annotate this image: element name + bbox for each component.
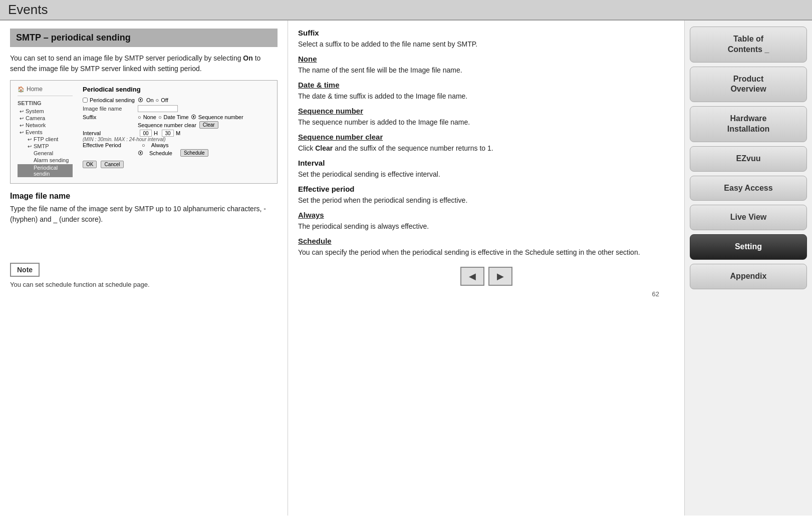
ss-dot: ⦿ [138,97,143,103]
ss-setting-label: SETTING [18,100,73,106]
left-panel: SMTP – periodical sending You can set to… [0,21,288,515]
main-layout: SMTP – periodical sending You can set to… [0,21,812,515]
ss-menu-smtp: ↩SMTP [18,143,73,149]
sidebar-btn-setting[interactable]: Setting [690,234,807,260]
rp-seqclear-heading: Sequence number clear [298,133,674,141]
sidebar-btn-easy-access[interactable]: Easy Access [690,176,807,201]
block-none: None The name of the sent file will be t… [298,55,674,76]
sidebar-btn-product[interactable]: Product Overview [690,67,807,103]
intro-text: You can set to send an image file by SMT… [10,54,243,62]
ss-on-label: On [146,97,154,103]
ss-none-label: None [143,114,156,120]
page-header: Events [0,0,812,21]
ss-seq-clear-label: Sequence number clear [138,122,196,128]
block-interval: Interval Set the periodical sending is e… [298,159,674,180]
sidebar: Table of Contents _ Product Overview Har… [684,21,812,515]
rp-suffix-text: Select a suffix to be added to the file … [298,39,674,50]
rp-datetime-heading: Date & time [298,81,674,89]
ss-ok-btn[interactable]: OK [83,161,97,168]
ss-suffix-label: Suffix [83,114,138,120]
ss-schedule-btn[interactable]: Schedule [180,149,208,157]
block-datetime: Date & time The date & time suffix is ad… [298,81,674,102]
ss-clear-btn[interactable]: Clear [199,121,218,129]
intro-paragraph: You can set to send an image file by SMT… [10,53,278,74]
ss-interval-label: Interval [83,130,138,136]
ss-dt-label: Date Time [164,114,189,120]
ss-cancel-btn[interactable]: Cancel [101,161,123,168]
image-file-text: Type the file name of the image sent by … [10,204,278,225]
page-title: Events [8,2,48,18]
ss-always-radio: ○ [142,142,145,148]
rp-none-text: The name of the sent file will be the Im… [298,65,674,76]
rp-schedule-text: You can specify the period when the peri… [298,247,674,258]
block-schedule: Schedule You can specify the period when… [298,237,674,258]
ss-menu-ftp: ↩FTP client [18,136,73,142]
ss-circle: ○ [156,97,159,103]
rp-seqnum-text: The sequence number is added to the Imag… [298,117,674,128]
ss-periodical-row: Periodical sending ⦿ On ○ Off [83,97,270,103]
ss-sched-label: Schedule [149,150,172,156]
ss-periodical-checkbox[interactable] [83,98,88,103]
ss-image-row: Image file name [83,105,270,112]
sidebar-btn-appendix[interactable]: Appendix [690,264,807,289]
home-icon: 🏠 [18,86,25,93]
ss-home: 🏠 Home [18,86,73,93]
rp-suffix-heading: Suffix [298,29,674,37]
ss-interval-h-input[interactable] [140,130,152,137]
ss-interval-row: Interval H M [83,130,270,137]
rp-effective-text: Set the period when the periodical sendi… [298,195,674,206]
sidebar-btn-ezvuu[interactable]: EZvuu [690,146,807,172]
page-number: 62 [652,290,659,298]
ss-off-label: Off [161,97,168,103]
rp-seqclear-text: Click Clear and the suffix of the sequen… [298,143,674,154]
block-suffix: Suffix Select a suffix to be added to th… [298,29,674,50]
ss-m-unit: M [176,130,180,136]
ss-effective-row: Effective Period ○ Always [83,142,270,148]
section-heading: SMTP – periodical sending [10,29,278,47]
ss-image-input[interactable] [138,105,178,112]
ss-menu-network: ↩Network [18,122,73,128]
ss-periodical-label: Periodical sending [90,97,135,103]
ss-dt-radio: ○ [158,114,162,120]
ss-menu-alarm: Alarm sending [18,157,73,163]
footer-nav: ◀ ▶ [298,263,674,288]
screenshot-mockup: 🏠 Home SETTING ↩System ↩Camera ↩Network … [10,80,278,184]
rp-seqnum-heading: Sequence number [298,107,674,115]
ss-h-unit: H [154,130,158,136]
ss-img-label: Image file name [83,106,138,112]
ss-seq-clear-row: Sequence number clear Clear [138,121,270,129]
ss-menu-general: General [18,150,73,156]
content-area: SMTP – periodical sending You can set to… [0,21,684,515]
rp-always-heading: Always [298,211,674,219]
ss-home-label: Home [27,86,43,93]
ss-sched-radio: ⦿ [138,150,143,156]
ss-menu-camera: ↩Camera [18,115,73,121]
sidebar-btn-toc[interactable]: Table of Contents _ [690,27,807,63]
image-file-heading: Image file name [10,192,278,201]
ss-eff-label: Effective Period [83,142,138,148]
ss-menu-system: ↩System [18,108,73,114]
block-seqnum: Sequence number The sequence number is a… [298,107,674,128]
ss-content-title: Periodical sending [83,86,270,93]
rp-schedule-heading: Schedule [298,237,674,245]
ss-menu-periodical: Periodical sendin [18,164,73,177]
ss-always-label: Always [151,142,169,148]
sidebar-btn-live-view[interactable]: Live View [690,205,807,230]
ss-ok-cancel: OK Cancel [83,161,270,168]
block-seqclear: Sequence number clear Click Clear and th… [298,133,674,154]
note-text: You can set schedule function at schedul… [10,281,278,288]
rp-always-text: The periodical sending is always effecti… [298,221,674,232]
next-button[interactable]: ▶ [488,267,512,286]
ss-main-content: Periodical sending Periodical sending ⦿ … [73,86,270,178]
sidebar-btn-hardware[interactable]: Hardware Installation [690,106,807,142]
ss-nav: 🏠 Home SETTING ↩System ↩Camera ↩Network … [18,86,73,178]
ss-layout: 🏠 Home SETTING ↩System ↩Camera ↩Network … [18,86,270,178]
rp-none-heading: None [298,55,674,63]
prev-button[interactable]: ◀ [460,267,484,286]
note-label: Note [10,263,40,277]
rp-interval-text: Set the periodical sending is effective … [298,169,674,180]
ss-interval-m-input[interactable] [162,130,174,137]
block-effective: Effective period Set the period when the… [298,185,674,206]
right-panel: Suffix Select a suffix to be added to th… [288,21,684,515]
ss-suffix-row: Suffix ○ None ○ Date Time ⦿ Sequence num… [83,114,270,120]
